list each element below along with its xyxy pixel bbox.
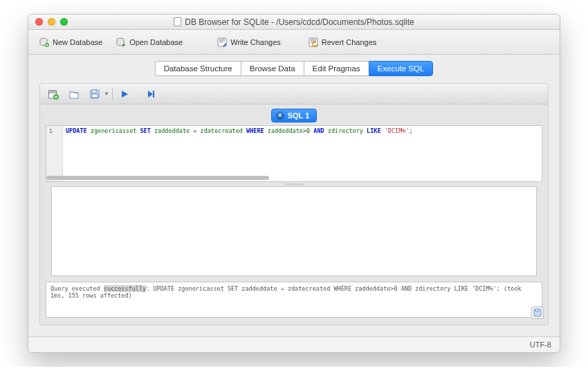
app-window: DB Browser for SQLite - /Users/cdcd/Docu… [28, 14, 560, 353]
close-sql-tab-icon[interactable]: × [276, 111, 284, 120]
editor-horizontal-scrollbar[interactable] [46, 174, 542, 181]
new-database-icon [39, 37, 49, 47]
open-database-button[interactable]: Open Database [109, 35, 190, 50]
save-log-button[interactable] [531, 307, 544, 319]
new-database-label: New Database [53, 38, 102, 46]
svg-rect-13 [535, 309, 539, 311]
window-title: DB Browser for SQLite - /Users/cdcd/Docu… [28, 17, 560, 27]
tab-edit-pragmas[interactable]: Edit Pragmas [304, 61, 369, 76]
svg-rect-10 [92, 94, 98, 98]
status-bar: UTF-8 [28, 336, 560, 352]
line-number: 1 [49, 127, 59, 134]
write-changes-icon [217, 37, 227, 47]
revert-changes-label: Revert Changes [322, 38, 377, 46]
editor-gutter: 1 [46, 126, 63, 181]
sql-tab-label: SQL 1 [288, 111, 310, 120]
svg-rect-11 [153, 91, 154, 98]
open-database-icon [116, 37, 126, 47]
sql-tab-1[interactable]: × SQL 1 [271, 109, 318, 122]
results-grid[interactable] [51, 186, 537, 276]
revert-changes-button[interactable]: Revert Changes [302, 35, 384, 50]
log-highlight: successfully [104, 285, 146, 292]
svg-rect-6 [49, 91, 57, 93]
close-window-button[interactable] [35, 18, 43, 26]
open-sql-file-button[interactable] [65, 86, 83, 102]
tab-browse-data[interactable]: Browse Data [241, 61, 304, 76]
window-title-text: DB Browser for SQLite - /Users/cdcd/Docu… [185, 17, 414, 27]
open-database-label: Open Database [129, 38, 183, 46]
sql-editor[interactable]: 1 UPDATE zgenericasset SET zaddeddate = … [46, 125, 542, 182]
document-icon [174, 17, 181, 26]
write-changes-label: Write Changes [230, 38, 281, 46]
sql-code-line[interactable]: UPDATE zgenericasset SET zaddeddate = zd… [63, 126, 416, 181]
sql-tabs: × SQL 1 [40, 104, 548, 125]
write-changes-button[interactable]: Write Changes [210, 35, 288, 50]
new-database-button[interactable]: New Database [33, 35, 109, 50]
titlebar: DB Browser for SQLite - /Users/cdcd/Docu… [28, 15, 560, 30]
log-prefix: Query executed [50, 285, 104, 292]
execute-sql-panel: ▼ × SQL 1 1 UPDATE zgenericasset SE [39, 83, 549, 325]
run-sql-button[interactable] [116, 86, 134, 102]
svg-rect-9 [92, 90, 96, 93]
tab-database-structure[interactable]: Database Structure [155, 61, 241, 76]
sql-toolbar: ▼ [40, 84, 548, 104]
zoom-window-button[interactable] [60, 18, 68, 26]
scrollbar-thumb[interactable] [46, 176, 269, 180]
window-controls [28, 18, 68, 26]
encoding-label: UTF-8 [530, 340, 551, 349]
query-log: Query executed successfully: UPDATE zgen… [46, 282, 542, 318]
main-tabs: Database Structure Browse Data Edit Prag… [28, 55, 560, 76]
save-sql-file-button[interactable] [86, 86, 104, 102]
revert-changes-icon [309, 37, 318, 47]
main-toolbar: New Database Open Database Write Changes… [28, 30, 560, 55]
tab-execute-sql[interactable]: Execute SQL [369, 61, 434, 76]
new-sql-tab-button[interactable] [44, 86, 62, 102]
minimize-window-button[interactable] [48, 18, 55, 26]
run-line-button[interactable] [142, 86, 160, 102]
